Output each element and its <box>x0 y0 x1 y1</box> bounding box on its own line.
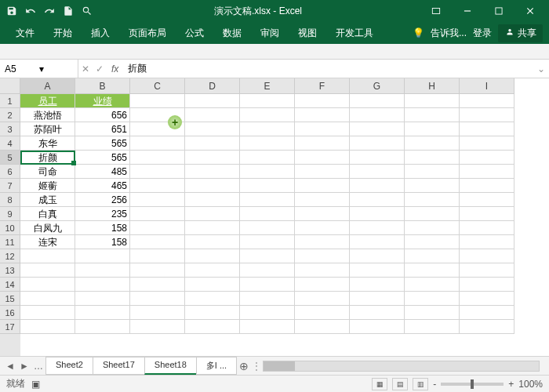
cell[interactable]: 485 <box>75 165 130 179</box>
sheet-nav-next-icon[interactable]: ► <box>17 361 31 372</box>
cell[interactable] <box>405 278 460 292</box>
column-header[interactable]: B <box>75 78 130 94</box>
cell[interactable] <box>460 249 514 263</box>
cell[interactable] <box>130 94 185 108</box>
cell[interactable] <box>405 249 460 263</box>
cell[interactable]: 业绩 <box>75 94 130 108</box>
select-all-corner[interactable] <box>0 78 20 94</box>
cell[interactable]: 员工 <box>20 94 75 108</box>
row-header[interactable]: 3 <box>0 122 20 136</box>
cell[interactable] <box>240 151 295 165</box>
cell[interactable] <box>75 292 130 306</box>
redo-icon[interactable] <box>41 2 58 20</box>
cell[interactable] <box>240 108 295 122</box>
cell[interactable] <box>405 151 460 165</box>
view-pagebreak-icon[interactable]: ▥ <box>413 378 428 390</box>
row-header[interactable]: 13 <box>0 263 20 278</box>
cell[interactable] <box>350 108 405 122</box>
cell[interactable]: 苏陌叶 <box>20 122 75 136</box>
column-header[interactable]: I <box>460 78 514 94</box>
cell[interactable]: 656 <box>75 108 130 122</box>
cell[interactable] <box>130 292 185 306</box>
cell[interactable]: 565 <box>75 151 130 165</box>
row-header[interactable]: 16 <box>0 306 20 320</box>
cell[interactable] <box>460 320 514 334</box>
cell[interactable]: 白凤九 <box>20 221 75 235</box>
cell[interactable] <box>460 193 514 207</box>
cell[interactable] <box>20 263 75 278</box>
signin-link[interactable]: 登录 <box>473 27 492 40</box>
tab-layout[interactable]: 页面布局 <box>119 22 176 44</box>
cell[interactable] <box>295 151 350 165</box>
cell[interactable]: 姬蘅 <box>20 179 75 193</box>
cell[interactable] <box>185 249 240 263</box>
cell[interactable] <box>405 165 460 179</box>
cell[interactable] <box>295 122 350 136</box>
cell[interactable] <box>405 94 460 108</box>
cell[interactable] <box>185 306 240 320</box>
share-button[interactable]: 共享 <box>498 24 543 42</box>
column-header[interactable]: A <box>20 78 75 94</box>
cell[interactable] <box>460 278 514 292</box>
cell[interactable] <box>185 193 240 207</box>
add-sheet-icon[interactable]: ⊕ <box>236 360 252 372</box>
zoom-slider[interactable] <box>441 383 504 386</box>
cell[interactable] <box>460 179 514 193</box>
zoom-in-button[interactable]: + <box>508 379 514 390</box>
cell[interactable] <box>295 136 350 151</box>
cell[interactable] <box>240 306 295 320</box>
cell[interactable] <box>130 221 185 235</box>
cell[interactable] <box>240 136 295 151</box>
cell[interactable] <box>185 221 240 235</box>
tab-formulas[interactable]: 公式 <box>176 22 213 44</box>
cancel-icon[interactable]: ✕ <box>82 64 89 74</box>
cell[interactable] <box>240 165 295 179</box>
cell[interactable] <box>405 207 460 221</box>
cell[interactable] <box>405 320 460 334</box>
cell[interactable]: 连宋 <box>20 235 75 249</box>
sheet-tab[interactable]: 多I ... <box>196 357 237 375</box>
cell[interactable] <box>185 136 240 151</box>
cell[interactable] <box>460 151 514 165</box>
cell[interactable] <box>185 207 240 221</box>
cell[interactable] <box>240 94 295 108</box>
row-header[interactable]: 14 <box>0 278 20 292</box>
cell[interactable] <box>460 165 514 179</box>
zoom-level[interactable]: 100% <box>518 379 543 390</box>
cell[interactable] <box>460 235 514 249</box>
cell[interactable] <box>460 221 514 235</box>
cell[interactable] <box>240 221 295 235</box>
cell[interactable]: 651 <box>75 122 130 136</box>
cell[interactable] <box>240 207 295 221</box>
tab-developer[interactable]: 开发工具 <box>326 22 383 44</box>
cell[interactable] <box>460 263 514 278</box>
view-normal-icon[interactable]: ▦ <box>372 378 387 390</box>
cell[interactable]: 235 <box>75 207 130 221</box>
cell[interactable] <box>350 136 405 151</box>
tab-home[interactable]: 开始 <box>44 22 82 44</box>
cell[interactable] <box>130 193 185 207</box>
column-header[interactable]: H <box>405 78 460 94</box>
cell[interactable] <box>240 179 295 193</box>
new-icon[interactable] <box>60 2 77 20</box>
cell[interactable] <box>350 278 405 292</box>
cell[interactable] <box>130 235 185 249</box>
undo-icon[interactable] <box>22 2 39 20</box>
cell[interactable] <box>295 94 350 108</box>
cell[interactable] <box>350 292 405 306</box>
column-header[interactable]: G <box>350 78 405 94</box>
cell[interactable] <box>350 165 405 179</box>
fx-icon[interactable]: fx <box>107 64 123 74</box>
cell[interactable] <box>295 320 350 334</box>
minimize-icon[interactable] <box>452 0 483 22</box>
cell[interactable] <box>185 263 240 278</box>
cell[interactable] <box>405 179 460 193</box>
cell[interactable] <box>75 320 130 334</box>
row-header[interactable]: 17 <box>0 320 20 334</box>
cell[interactable] <box>350 221 405 235</box>
cell[interactable] <box>405 122 460 136</box>
cell[interactable]: 燕池悟 <box>20 108 75 122</box>
cell[interactable] <box>295 165 350 179</box>
cell[interactable] <box>20 278 75 292</box>
tab-view[interactable]: 视图 <box>289 22 326 44</box>
